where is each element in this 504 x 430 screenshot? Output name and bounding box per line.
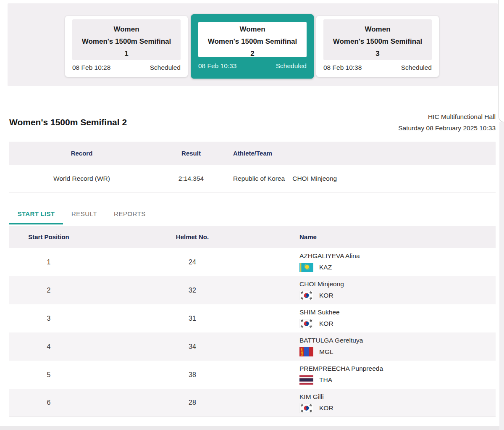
record-row: World Record (WR) 2:14.354 Republic of K… <box>9 165 496 193</box>
table-row: 4 34 BATTULGA Gereltuya MGL <box>9 332 496 361</box>
noc-code: KOR <box>319 404 333 412</box>
start-position: 2 <box>9 276 88 304</box>
noc-code: MGL <box>319 348 333 356</box>
helmet-no: 38 <box>130 361 255 389</box>
thailand-flag-icon <box>299 375 313 385</box>
event-card-label: Women Women's 1500m Semifinal 2 <box>198 22 307 57</box>
event-card-strip: Women Women's 1500m Semifinal 1 08 Feb 1… <box>8 3 498 86</box>
tab-result[interactable]: RESULT <box>63 205 105 224</box>
event-gender: Women <box>323 23 432 35</box>
header-start-position: Start Position <box>9 226 88 248</box>
event-datetime: 08 Feb 10:28 <box>72 64 110 71</box>
record-type: World Record (WR) <box>9 165 154 193</box>
event-number: 2 <box>198 47 307 60</box>
venue-block: HIC Multifunctional Hall Saturday 08 Feb… <box>398 111 496 134</box>
south-korea-flag-icon <box>299 291 313 300</box>
south-korea-flag-icon <box>299 404 313 413</box>
page-title: Women's 1500m Semifinal 2 <box>9 117 127 127</box>
event-datetime: 08 Feb 10:38 <box>323 64 362 71</box>
event-datetime: 08 Feb 10:33 <box>198 62 236 70</box>
event-status: Scheduled <box>276 62 307 70</box>
helmet-no: 31 <box>130 304 255 332</box>
overlay-panel-edge <box>499 0 504 122</box>
start-position: 1 <box>9 248 88 276</box>
event-title: Women's 1500m Semifinal <box>323 35 432 47</box>
event-card-semifinal-1[interactable]: Women Women's 1500m Semifinal 1 08 Feb 1… <box>65 16 188 77</box>
event-status: Scheduled <box>150 64 181 71</box>
athlete-name: CHOI Minjeong <box>299 280 344 288</box>
event-card-semifinal-3[interactable]: Women Women's 1500m Semifinal 3 08 Feb 1… <box>316 16 439 77</box>
record-header-athlete-team: Athlete/Team <box>233 142 272 165</box>
record-athlete: CHOI Minjeong <box>292 175 337 182</box>
athlete-name: BATTULGA Gereltuya <box>299 337 363 344</box>
event-title: Women's 1500m Semifinal <box>72 35 181 47</box>
record-team: Republic of Korea <box>233 175 285 182</box>
athlete-name: KIM Gilli <box>299 393 333 401</box>
event-status: Scheduled <box>401 64 432 71</box>
venue-name: HIC Multifunctional Hall <box>398 111 496 122</box>
noc-code: THA <box>319 376 332 384</box>
start-list-body: 1 24 AZHGALIYEVA Alina KAZ 2 32 CHOI Min… <box>9 248 496 417</box>
header-name: Name <box>299 226 317 248</box>
event-gender: Women <box>198 23 307 35</box>
scrollbar-gutter[interactable] <box>499 122 504 430</box>
athlete-name: AZHGALIYEVA Alina <box>299 252 360 260</box>
bottom-edge-strip <box>0 426 499 430</box>
start-position: 5 <box>9 361 88 389</box>
tab-reports[interactable]: REPORTS <box>105 205 154 224</box>
athlete-name: PREMPREECHA Punpreeda <box>299 365 383 372</box>
table-row: 5 38 PREMPREECHA Punpreeda THA <box>9 361 496 389</box>
event-number: 1 <box>72 47 181 60</box>
noc-code: KOR <box>319 292 333 299</box>
tab-bar: START LIST RESULT REPORTS <box>9 205 154 224</box>
event-number: 3 <box>323 47 432 60</box>
start-position: 3 <box>9 304 88 332</box>
table-row: 2 32 CHOI Minjeong KOR <box>9 276 496 304</box>
helmet-no: 28 <box>130 389 255 417</box>
noc-code: KOR <box>319 320 333 327</box>
start-position: 6 <box>9 389 88 417</box>
noc-code: KAZ <box>319 264 332 271</box>
athlete-name: SHIM Sukhee <box>299 309 340 316</box>
event-datetime-full: Saturday 08 February 2025 10:33 <box>398 122 496 134</box>
table-row: 1 24 AZHGALIYEVA Alina KAZ <box>9 248 496 276</box>
helmet-no: 24 <box>130 248 255 276</box>
tab-start-list[interactable]: START LIST <box>9 205 63 224</box>
mongolia-flag-icon <box>299 347 313 356</box>
start-position: 4 <box>9 332 88 361</box>
record-header-record: Record <box>9 142 154 165</box>
event-gender: Women <box>72 23 181 35</box>
table-row: 6 28 KIM Gilli KOR <box>9 389 496 417</box>
event-card-label: Women Women's 1500m Semifinal 1 <box>72 19 181 60</box>
kazakhstan-flag-icon <box>299 263 313 272</box>
start-list-header: Start Position Helmet No. Name <box>9 226 496 248</box>
record-table-header: Record Result Athlete/Team <box>9 142 496 165</box>
event-title: Women's 1500m Semifinal <box>198 35 307 47</box>
helmet-no: 34 <box>130 332 255 361</box>
event-card-semifinal-2[interactable]: Women Women's 1500m Semifinal 2 08 Feb 1… <box>191 14 314 79</box>
helmet-no: 32 <box>130 276 255 304</box>
table-row: 3 31 SHIM Sukhee KOR <box>9 304 496 332</box>
record-header-result: Result <box>154 142 228 165</box>
event-card-label: Women Women's 1500m Semifinal 3 <box>323 19 432 60</box>
south-korea-flag-icon <box>299 319 313 328</box>
header-helmet-no: Helmet No. <box>130 226 255 248</box>
record-result: 2:14.354 <box>154 165 228 193</box>
